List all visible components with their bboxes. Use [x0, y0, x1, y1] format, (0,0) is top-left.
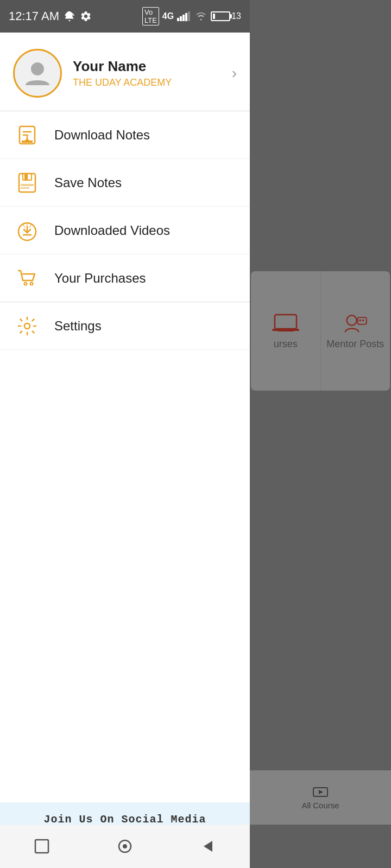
- profile-info: Your Name THE UDAY ACADEMY: [73, 58, 221, 88]
- drawer: 12:17 AM VoLTE 4G: [0, 0, 250, 868]
- profile-section[interactable]: Your Name THE UDAY ACADEMY ›: [0, 33, 250, 111]
- profile-subtitle: THE UDAY ACADEMY: [73, 77, 221, 88]
- avatar: [13, 49, 62, 98]
- svg-rect-12: [185, 13, 187, 21]
- menu-item-your-purchases[interactable]: Your Purchases: [0, 254, 250, 302]
- wifi-icon: [194, 11, 207, 21]
- profile-name: Your Name: [73, 58, 221, 75]
- time-display: 12:17 AM: [9, 9, 59, 23]
- nav-home-button[interactable]: [111, 833, 138, 860]
- svg-point-31: [123, 844, 127, 848]
- signal-icon: [177, 11, 191, 21]
- svg-marker-32: [204, 841, 212, 852]
- svg-point-14: [31, 62, 44, 75]
- save-notes-icon: [15, 171, 39, 195]
- svg-point-26: [24, 282, 27, 285]
- battery-display: 13: [211, 11, 241, 21]
- alarm-icon: [64, 10, 75, 22]
- svg-rect-29: [35, 840, 48, 853]
- save-notes-label: Save Notes: [54, 175, 122, 190]
- social-title: Join Us On Social Media: [13, 813, 237, 826]
- nav-square-button[interactable]: [28, 833, 55, 860]
- settings-status-icon: [80, 10, 92, 22]
- menu-item-settings[interactable]: Settings: [0, 302, 250, 350]
- menu-item-download-notes[interactable]: Download Notes: [0, 111, 250, 159]
- svg-rect-9: [177, 18, 179, 21]
- avatar-icon: [21, 57, 54, 90]
- your-purchases-label: Your Purchases: [54, 271, 146, 286]
- download-notes-label: Download Notes: [54, 127, 150, 143]
- nav-back-button[interactable]: [194, 833, 222, 860]
- profile-chevron[interactable]: ›: [232, 65, 237, 82]
- menu-item-save-notes[interactable]: Save Notes: [0, 159, 250, 207]
- your-purchases-icon: [15, 266, 39, 290]
- volte-indicator: VoLTE: [142, 7, 159, 25]
- svg-rect-11: [182, 15, 185, 21]
- menu-item-downloaded-videos[interactable]: Downloaded Videos: [0, 207, 250, 254]
- downloaded-videos-icon: [15, 219, 39, 242]
- battery-percent: 13: [231, 11, 241, 21]
- svg-rect-13: [188, 11, 190, 21]
- svg-rect-22: [21, 184, 34, 186]
- svg-point-27: [30, 282, 33, 285]
- svg-rect-23: [21, 187, 29, 189]
- nav-bar: [0, 825, 250, 868]
- network-indicator: 4G: [162, 11, 174, 21]
- settings-label: Settings: [54, 318, 102, 334]
- download-notes-icon: [15, 123, 39, 147]
- svg-point-28: [24, 323, 30, 329]
- drawer-status-bar: 12:17 AM VoLTE 4G: [0, 0, 250, 33]
- menu-section: Download Notes Save Notes: [0, 111, 250, 802]
- downloaded-videos-label: Downloaded Videos: [54, 223, 170, 238]
- svg-rect-21: [24, 174, 28, 180]
- svg-rect-10: [180, 16, 182, 21]
- settings-menu-icon: [15, 314, 39, 338]
